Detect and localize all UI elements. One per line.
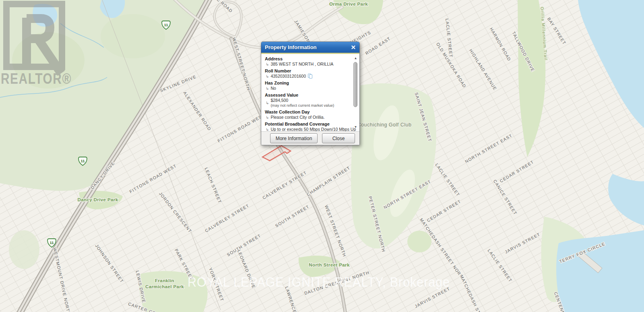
popup-footer: More Information Close: [261, 131, 359, 145]
park-label: North Street Park: [309, 262, 350, 267]
crook-icon: ↳: [266, 127, 269, 131]
park-label: Couchiching Golf Club: [357, 122, 412, 128]
more-information-button[interactable]: More Information: [270, 133, 318, 143]
realtor-watermark-text: REALTOR®: [1, 70, 72, 87]
field-value: 435203031201600: [270, 74, 306, 79]
popup-scrollbar[interactable]: ▲ ▼: [353, 57, 358, 129]
svg-text:11: 11: [164, 23, 168, 27]
map-viewer: E ROADJAMIESONHEIGHTSROAD EASTWEST STREE…: [0, 0, 644, 312]
crook-icon: ↳: [266, 62, 269, 67]
scrollbar-thumb[interactable]: [353, 62, 357, 107]
crook-icon: ↳: [266, 74, 269, 79]
field-label: Assessed Value: [265, 92, 350, 98]
scroll-down-icon[interactable]: ▼: [353, 126, 358, 129]
field-assessed-value: Assessed Value ↳ $284,500 (may not refle…: [265, 92, 350, 108]
scroll-up-icon[interactable]: ▲: [353, 57, 358, 60]
svg-text:11: 11: [80, 159, 85, 163]
park-label: Orma Drive Park: [329, 2, 368, 6]
field-label: Has Zoning: [265, 80, 350, 86]
field-label: Roll Number: [265, 68, 350, 74]
field-value: 385 WEST ST NORTH , ORILLIA: [270, 62, 333, 67]
crook-icon: ↳: [266, 86, 269, 91]
field-label: Potential Broadband Coverage: [265, 121, 350, 127]
popup-body: Address ↳ 385 WEST ST NORTH , ORILLIA Ro…: [261, 54, 359, 131]
brokerage-watermark: ROYAL LEPAGE IGNITE REALTY, Brokerage: [188, 275, 450, 289]
field-broadband: Potential Broadband Coverage ↳ Up to or …: [265, 121, 350, 131]
property-info-popup: Property Information ✕ Address ↳ 385 WES…: [261, 41, 360, 145]
crook-icon: ↳: [266, 100, 269, 105]
field-roll-number: Roll Number ↳ 435203031201600: [265, 68, 350, 79]
field-has-zoning: Has Zoning ↳ No: [265, 80, 350, 91]
park-label: Carmichael Park: [145, 284, 184, 289]
popup-header[interactable]: Property Information ✕: [261, 42, 359, 53]
crook-icon: ↳: [266, 115, 269, 120]
field-label: Address: [265, 56, 350, 62]
field-label: Waste Collection Day: [265, 109, 350, 115]
field-value: $284,500: [270, 98, 334, 103]
field-note: (may not reflect current market value): [270, 103, 334, 108]
field-waste-collection: Waste Collection Day ↳ Please contact Ci…: [265, 109, 350, 120]
field-value: Up to or exceeds 50 Mbps Down/10 Mbps Up: [270, 127, 356, 131]
park-label: Franklin: [155, 278, 174, 283]
field-value: Please contact City of Orillia.: [270, 115, 324, 120]
close-button[interactable]: Close: [322, 133, 355, 143]
popup-title: Property Information: [265, 44, 317, 50]
copy-pages-icon[interactable]: [308, 74, 313, 79]
park-label: Dancy Drive Park: [77, 197, 118, 202]
field-address: Address ↳ 385 WEST ST NORTH , ORILLIA: [265, 56, 350, 67]
field-value: No: [270, 86, 276, 91]
close-icon[interactable]: ✕: [351, 44, 356, 50]
svg-text:11: 11: [50, 240, 54, 245]
